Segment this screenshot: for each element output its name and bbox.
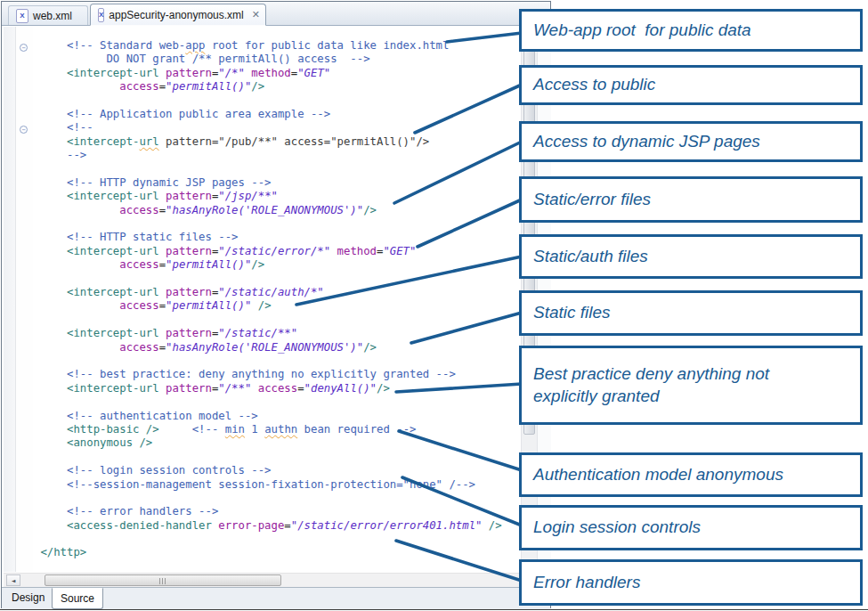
callout-connector-line <box>415 85 522 133</box>
callout-connector-line <box>396 384 522 392</box>
callout-box: Login session controls <box>519 505 863 550</box>
callout-label: Authentication model anonymous <box>522 464 789 485</box>
callout-label: Access to public <box>522 74 661 95</box>
callout-label: Static/error files <box>522 189 656 210</box>
callout-connector-line <box>399 431 522 470</box>
callout-connector-line <box>296 257 522 305</box>
callout-box: Best practice deny anything not explicit… <box>519 346 863 425</box>
callout-box: Static/error files <box>519 176 863 223</box>
callout-connector-line <box>396 541 522 581</box>
callout-label: Static/auth files <box>522 246 653 267</box>
callout-connector-line <box>402 477 522 525</box>
callout-box: Error handlers <box>519 559 863 606</box>
callout-label: Login session controls <box>522 517 706 538</box>
callout-connector-line <box>418 200 522 247</box>
callout-box: Access to public <box>519 65 863 105</box>
callout-box: Static files <box>519 290 863 336</box>
callout-label: Web-app root for public data <box>522 20 757 41</box>
screenshot-stage: X web.xml X appSecurity-anonymous.xml ✕ … <box>0 0 868 611</box>
callout-box: Authentication model anonymous <box>519 452 863 497</box>
callout-label: Static files <box>522 302 616 323</box>
callout-connector-line <box>394 142 522 203</box>
callout-connector-line <box>411 313 522 343</box>
callout-connector-line <box>447 33 522 42</box>
callout-label: Best practice deny anything not explicit… <box>522 363 775 407</box>
callout-box: Access to dynamic JSP pages <box>519 121 863 162</box>
callout-box: Static/auth files <box>519 234 863 279</box>
callout-box: Web-app root for public data <box>519 9 863 52</box>
callout-label: Error handlers <box>522 572 645 593</box>
callout-label: Access to dynamic JSP pages <box>522 131 766 152</box>
